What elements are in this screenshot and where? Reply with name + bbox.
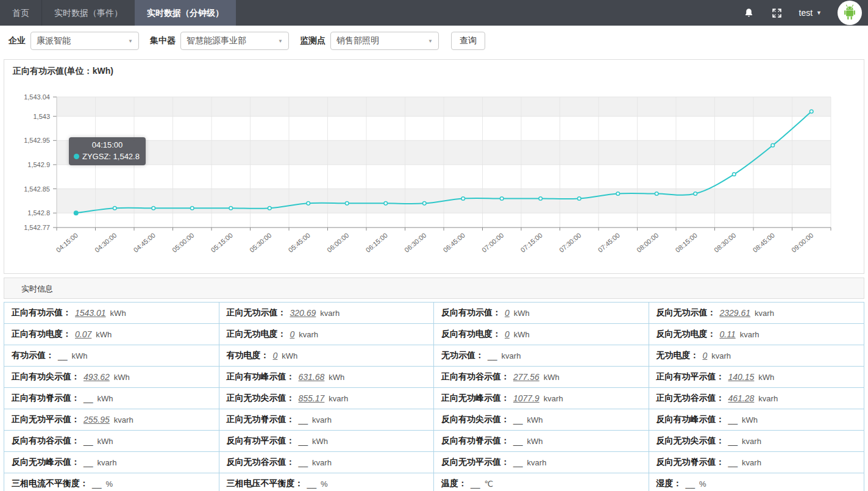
svg-text:1,542.8: 1,542.8 (27, 209, 50, 217)
username: test (799, 8, 813, 18)
cell-unit: kWh (114, 373, 130, 382)
table-cell: 温度：__℃ (434, 473, 649, 491)
cell-label: 正向有功平示值： (656, 371, 725, 382)
svg-text:1,542.77: 1,542.77 (24, 224, 50, 231)
cell-label: 正向有功峰示值： (227, 371, 295, 382)
svg-text:04:45:00: 04:45:00 (132, 231, 157, 254)
cell-unit: kWh (312, 437, 328, 446)
chart-panel: 正向有功示值(单位：kWh) 1,543.041,5431,542.951,54… (4, 59, 864, 274)
concentrator-label: 集中器 (150, 35, 176, 46)
cell-value[interactable]: 0.07 (75, 329, 91, 339)
enterprise-select[interactable]: 康派智能 ▼ (30, 32, 139, 50)
cell-unit: kWh (72, 351, 88, 360)
cell-unit: kvarh (312, 415, 332, 425)
cell-unit: kWh (527, 437, 543, 446)
cell-value[interactable]: 0 (505, 308, 510, 318)
cell-value[interactable]: 631.68 (299, 372, 325, 382)
cell-value[interactable]: 277.56 (513, 372, 539, 382)
cell-value: __ (728, 415, 738, 425)
table-cell: 正向有功尖示值：493.62kWh (4, 367, 219, 388)
concentrator-value: 智慧能源事业部 (187, 35, 246, 46)
realtime-info-section: 实时信息 正向有功示值：1543.01kWh正向无功示值：320.69kvarh… (4, 278, 864, 491)
tab-realtime-minute[interactable]: 实时数据（分钟级） (135, 0, 236, 26)
top-navbar: 首页实时数据（事件）实时数据（分钟级） test ▼ (0, 0, 868, 26)
cell-label: 无功电度： (656, 350, 699, 361)
series-dot-icon (74, 154, 79, 159)
cell-value[interactable]: 0 (505, 329, 510, 339)
cell-value: __ (307, 479, 317, 489)
cell-unit: kvarh (711, 351, 731, 360)
tab-home[interactable]: 首页 (0, 0, 41, 26)
cell-value[interactable]: 1543.01 (75, 308, 106, 318)
table-cell: 无功示值：__kvarh (434, 345, 649, 367)
realtime-line-chart[interactable]: 1,543.041,5431,542.951,542.91,542.851,54… (4, 60, 864, 272)
cell-value[interactable]: 0 (273, 351, 278, 360)
caret-down-icon: ▼ (816, 10, 822, 16)
cell-value: __ (84, 436, 93, 446)
cell-label: 反向无功尖示值： (656, 435, 725, 446)
enterprise-label: 企业 (9, 35, 26, 46)
cell-unit: kWh (329, 373, 344, 382)
monitor-point-value: 销售部照明 (336, 35, 379, 46)
table-cell: 正向有功谷示值：277.56kWh (434, 367, 649, 388)
table-cell: 正向有功平示值：140.15kWh (649, 367, 864, 388)
cell-label: 正向无功峰示值： (441, 393, 510, 404)
cell-unit: kvarh (329, 394, 348, 403)
cell-value[interactable]: 140.15 (728, 372, 755, 382)
cell-value[interactable]: 855.17 (299, 393, 325, 403)
cell-unit: kvarh (98, 458, 117, 467)
table-cell: 反向有功电度：0kWh (434, 324, 649, 345)
svg-text:06:00:00: 06:00:00 (326, 231, 350, 254)
avatar[interactable] (838, 1, 862, 25)
svg-text:09:00:00: 09:00:00 (790, 231, 815, 254)
cell-unit: kWh (758, 373, 774, 382)
fullscreen-icon[interactable] (771, 7, 783, 19)
cell-label: 有功电度： (227, 350, 269, 361)
cell-unit: kvarh (740, 330, 760, 339)
cell-label: 反向有功尖示值： (441, 414, 510, 425)
table-cell: 正向无功电度：0kvarh (219, 324, 435, 345)
svg-text:08:30:00: 08:30:00 (713, 231, 738, 254)
table-cell: 正向有功脊示值：__kWh (4, 388, 219, 409)
cell-unit: kWh (742, 415, 758, 425)
svg-text:1,542.9: 1,542.9 (27, 161, 50, 168)
cell-value: __ (299, 415, 308, 425)
cell-value[interactable]: 255.95 (84, 415, 110, 425)
cell-value[interactable]: 493.62 (84, 372, 110, 382)
table-cell: 正向无功平示值：255.95kvarh (4, 409, 219, 431)
cell-value: __ (299, 436, 308, 446)
cell-label: 正向有功电度： (12, 329, 71, 340)
table-cell: 正向无功谷示值：461.28kvarh (649, 388, 864, 409)
tab-realtime-event[interactable]: 实时数据（事件） (41, 0, 135, 26)
cell-value[interactable]: 1077.9 (513, 393, 539, 403)
cell-unit: kvarh (527, 458, 547, 467)
cell-unit: % (106, 479, 113, 489)
monitor-point-select[interactable]: 销售部照明 ▼ (330, 32, 439, 50)
cell-value[interactable]: 0 (290, 329, 295, 339)
cell-unit: kvarh (312, 458, 332, 467)
cell-label: 正向无功脊示值： (227, 414, 295, 425)
enterprise-value: 康派智能 (37, 35, 71, 46)
table-cell: 反向无功尖示值：__kvarh (649, 431, 864, 452)
svg-text:07:30:00: 07:30:00 (558, 231, 583, 254)
table-cell: 湿度：__% (649, 473, 864, 491)
cell-value[interactable]: 461.28 (728, 393, 755, 403)
table-cell: 正向有功电度：0.07kWh (4, 324, 219, 345)
table-cell: 反向无功脊示值：__kvarh (649, 452, 864, 473)
cell-value: __ (84, 457, 93, 467)
user-menu[interactable]: test ▼ (799, 8, 822, 18)
cell-value[interactable]: 0 (703, 351, 708, 360)
bell-icon[interactable] (743, 7, 755, 19)
cell-value[interactable]: 2329.61 (720, 308, 751, 318)
table-cell: 反向有功平示值：__kWh (219, 431, 435, 452)
cell-label: 正向有功尖示值： (12, 371, 80, 382)
query-button[interactable]: 查询 (451, 32, 485, 50)
cell-value[interactable]: 320.69 (290, 308, 316, 318)
cell-value[interactable]: 0.11 (720, 329, 736, 339)
chevron-down-icon: ▼ (128, 38, 133, 44)
table-cell: 反向无功谷示值：__kvarh (219, 452, 435, 473)
cell-value: __ (513, 415, 523, 425)
cell-value: __ (471, 479, 480, 489)
cell-label: 正向有功示值： (12, 307, 71, 318)
concentrator-select[interactable]: 智慧能源事业部 ▼ (180, 32, 289, 50)
